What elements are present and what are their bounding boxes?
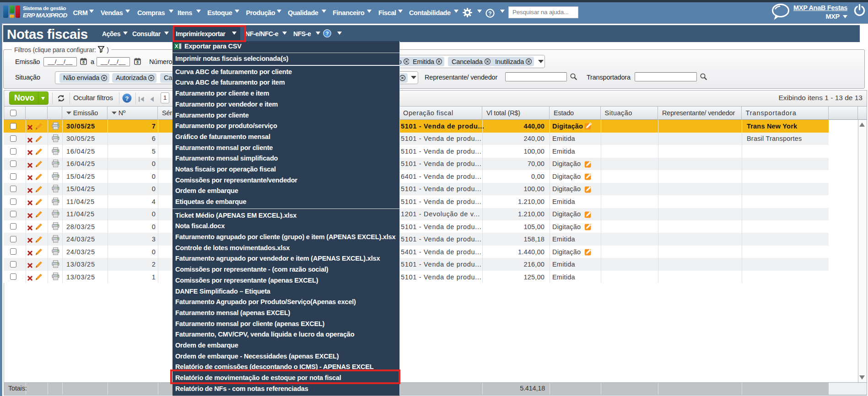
svg-text:?: ? (325, 31, 329, 36)
svg-text:8: 8 (82, 60, 85, 64)
svg-text:8: 8 (136, 60, 139, 64)
svg-text:?: ? (125, 95, 129, 102)
svg-text:?: ? (488, 11, 491, 17)
svg-text:X: X (175, 43, 178, 49)
